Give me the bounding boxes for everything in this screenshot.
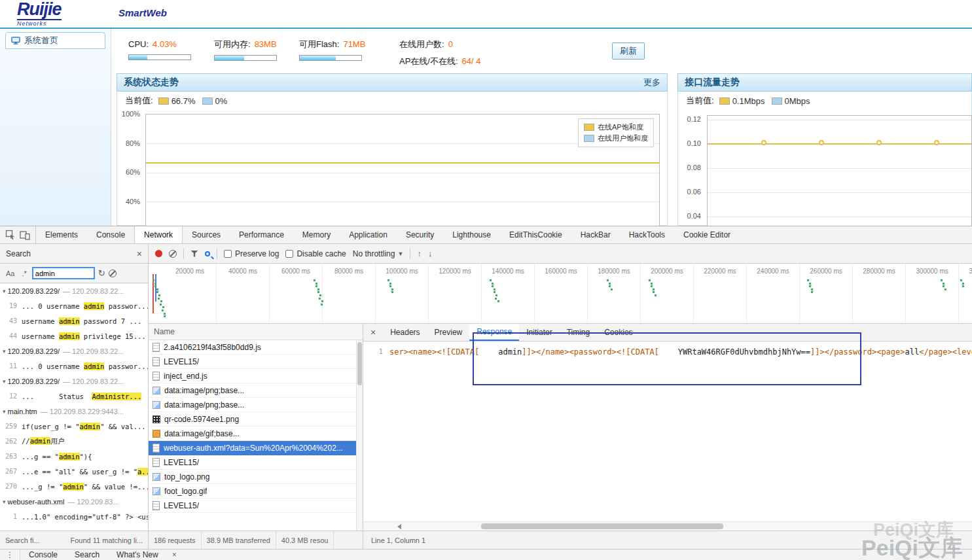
search-result-file-header[interactable]: ▾webuser-auth.xml— 120.209.83...	[0, 494, 148, 509]
system-current-values: 66.7%0%	[158, 96, 228, 106]
network-request-row[interactable]: webuser-auth.xml?data=Sun%20Apr%2004%202…	[149, 441, 363, 455]
search-match-line[interactable]: 1...1.0" encoding="utf-8" ?> <us...	[0, 509, 148, 524]
search-result-file-header[interactable]: ▾main.htm— 120.209.83.229:9443...	[0, 404, 148, 419]
name-column-header[interactable]: Name	[149, 324, 363, 340]
detail-tab-response[interactable]: Response	[469, 324, 519, 341]
network-request-row[interactable]: top_logo.png	[149, 470, 363, 484]
search-match-line[interactable]: 43username admin password 7 ...	[0, 313, 148, 328]
timeline-gridline	[216, 264, 217, 323]
devtools-tab-hackbar[interactable]: HackBar	[571, 226, 620, 243]
network-request-row[interactable]: LEVEL15/	[149, 355, 363, 369]
export-har-icon[interactable]: ↓	[428, 249, 433, 258]
devtools-tab-elements[interactable]: Elements	[36, 226, 87, 243]
devtools-tab-application[interactable]: Application	[340, 226, 397, 243]
search-match-line[interactable]: 259if(user_g != "admin" && val...	[0, 419, 148, 434]
match-case-toggle[interactable]: Aa	[4, 269, 16, 278]
response-segment: ser><name><![CDATA[	[389, 347, 479, 357]
response-content[interactable]: 1 ser><name><![CDATA[ admin]]></name><pa…	[363, 341, 972, 521]
devtools-tab-editthiscookie[interactable]: EditThisCookie	[500, 226, 571, 243]
waterfall-dot	[809, 283, 811, 285]
search-match-line[interactable]: 44username admin privilege 15...	[0, 328, 148, 343]
scroll-left-arrow-icon[interactable]	[397, 524, 401, 529]
search-refresh-icon[interactable]: ↻	[98, 269, 105, 277]
search-clear-icon[interactable]	[109, 270, 117, 277]
legend-label: 在线AP饱和度	[598, 122, 643, 133]
search-match-line[interactable]: 262//admin用户	[0, 434, 148, 449]
search-result-file-header[interactable]: ▾120.209.83.229/— 120.209.83.22...	[0, 283, 148, 298]
drawer-menu-icon[interactable]: ⋮	[0, 550, 20, 560]
waterfall-dot	[494, 289, 495, 290]
network-request-row[interactable]: foot_logo.gif	[149, 484, 363, 499]
search-close-icon[interactable]: ×	[137, 249, 142, 259]
record-icon[interactable]	[155, 250, 162, 257]
network-request-row[interactable]: LEVEL15/	[149, 455, 363, 470]
search-match-line[interactable]: 263...g == "admin"){	[0, 449, 148, 464]
regex-toggle[interactable]: .*	[20, 269, 28, 278]
network-request-row[interactable]: data:image/png;base...	[149, 383, 363, 398]
detail-tab-timing[interactable]: Timing	[560, 324, 598, 341]
detail-tab-initiator[interactable]: Initiator	[519, 324, 559, 341]
search-match-line[interactable]: 12... Status Administr...	[0, 389, 148, 404]
scrollbar-thumb[interactable]	[481, 523, 723, 529]
sidebar-item-system-home[interactable]: 系统首页	[5, 32, 105, 49]
search-match-line[interactable]: 19... 0 username admin passwor...	[0, 298, 148, 313]
devtools-tab-security[interactable]: Security	[397, 226, 443, 243]
match-segment: username	[22, 317, 59, 325]
search-match-line[interactable]: 11... 0 username admin passwor...	[0, 359, 148, 374]
devtools-tab-network[interactable]: Network	[134, 226, 183, 243]
devtools-tab-console[interactable]: Console	[87, 226, 134, 243]
response-horizontal-scrollbar[interactable]	[363, 521, 972, 531]
import-har-icon[interactable]: ↑	[417, 249, 422, 258]
traffic-panel-header: 接口流量走势	[677, 73, 972, 92]
request-name: LEVEL15/	[164, 501, 199, 510]
transferred-size: 38.9 MB transferred	[202, 531, 276, 549]
drawer-tab-what-s-new[interactable]: What's New	[108, 550, 167, 560]
network-request-row[interactable]: inject_end.js	[149, 369, 363, 383]
network-request-row[interactable]: 2.a4106219f4a3f58b0dd9.js	[149, 340, 363, 355]
more-link[interactable]: 更多	[643, 77, 660, 88]
throttling-dropdown[interactable]: No throttling ▼	[353, 249, 404, 258]
timeline-label: 280000 ms	[863, 268, 895, 275]
refresh-button[interactable]: 刷新	[612, 43, 645, 60]
search-icon[interactable]	[205, 251, 210, 256]
network-request-row[interactable]: data:image/png;base...	[149, 398, 363, 412]
value-swatch-icon	[202, 97, 213, 105]
disable-cache-checkbox[interactable]: Disable cache	[285, 249, 346, 258]
clear-icon[interactable]	[169, 250, 177, 258]
devtools-tab-memory[interactable]: Memory	[293, 226, 340, 243]
current-value-chip: 0Mbps	[772, 96, 810, 106]
scrollbar-thumb[interactable]	[357, 342, 362, 385]
img-file-icon	[153, 473, 160, 481]
devtools-tab-cookie-editor[interactable]: Cookie Editor	[674, 226, 740, 243]
gridline	[146, 173, 659, 173]
devtools-tab-performance[interactable]: Performance	[230, 226, 293, 243]
detail-tab-cookies[interactable]: Cookies	[597, 324, 639, 341]
request-list-scrollbar[interactable]	[356, 340, 363, 531]
drawer-close-icon[interactable]: ×	[167, 550, 182, 560]
requests-count: 186 requests	[149, 531, 202, 549]
detail-tab-preview[interactable]: Preview	[427, 324, 470, 341]
filter-icon[interactable]	[190, 251, 198, 257]
search-result-file-header[interactable]: ▾120.209.83.229/— 120.209.83.22...	[0, 374, 148, 389]
network-request-row[interactable]: qr-code.5974ee1.png	[149, 412, 363, 427]
drawer-tab-console[interactable]: Console	[20, 550, 66, 560]
search-match-line[interactable]: 267...e == "all" && user_g != "a...	[0, 464, 148, 479]
network-request-row[interactable]: data:image/gif;base...	[149, 427, 363, 441]
waterfall-dot	[653, 291, 655, 293]
devtools-tab-lighthouse[interactable]: Lighthouse	[443, 226, 500, 243]
drawer-tab-search[interactable]: Search	[66, 550, 108, 560]
network-overview[interactable]: 20000 ms40000 ms60000 ms80000 ms100000 m…	[149, 264, 972, 324]
detail-tab-headers[interactable]: Headers	[383, 324, 427, 341]
gridline	[708, 120, 971, 120]
devtools-toolbar-icons	[0, 226, 36, 243]
device-toolbar-icon[interactable]	[20, 230, 30, 240]
devtools-tab-sources[interactable]: Sources	[183, 226, 230, 243]
devtools-tab-hacktools[interactable]: HackTools	[620, 226, 674, 243]
search-match-line[interactable]: 270..._g != "admin" && value !=...	[0, 479, 148, 494]
preserve-log-checkbox[interactable]: Preserve log	[224, 249, 279, 258]
detail-close-icon[interactable]: ×	[363, 324, 383, 341]
inspect-element-icon[interactable]	[5, 230, 16, 240]
search-input[interactable]	[32, 267, 95, 279]
search-result-file-header[interactable]: ▾120.209.83.229/— 120.209.83.22...	[0, 343, 148, 359]
network-request-row[interactable]: LEVEL15/	[149, 499, 363, 513]
